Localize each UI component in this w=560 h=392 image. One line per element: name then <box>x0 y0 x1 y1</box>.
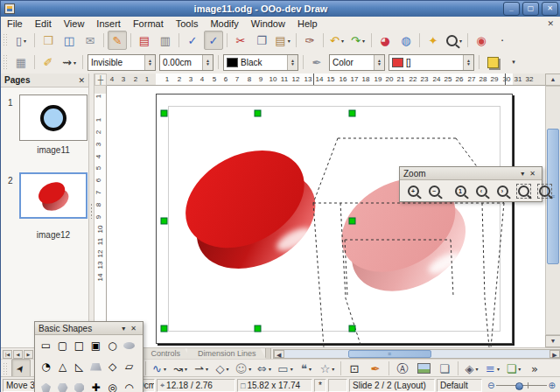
status-slide-field[interactable]: Slide 2 / 2 (Layout) <box>349 379 435 392</box>
zoom-slider-thumb[interactable] <box>515 382 523 390</box>
horizontal-ruler[interactable]: 4321123456789101112131415161718192021222… <box>107 74 545 86</box>
vertical-ruler[interactable]: 11234567891011121314 <box>94 86 107 347</box>
horizontal-scrollbar[interactable]: ◀ ≡ ▶ <box>273 349 560 359</box>
spinner-icon[interactable]: ▲▼ <box>463 55 473 70</box>
open-button[interactable]: ❒ <box>38 31 58 50</box>
dropdown-arrow-icon[interactable]: ▾ <box>248 366 251 372</box>
symbol-shapes-button[interactable]: ☺▾ <box>234 359 253 378</box>
page-nav-button[interactable]: ▶ <box>24 350 33 359</box>
dropdown-arrow-icon[interactable]: ▾ <box>24 38 26 44</box>
cut-button[interactable]: ✂ <box>231 31 250 50</box>
pages-panel-close-icon[interactable]: ✕ <box>78 76 85 85</box>
scroll-right-button[interactable]: ▶ <box>550 350 560 358</box>
menu-view[interactable]: View <box>58 18 91 29</box>
line-style-select[interactable]: Invisible ▲▼ <box>88 54 156 71</box>
shape-cross[interactable]: ✚ <box>88 378 104 392</box>
dropdown-arrow-icon[interactable]: ▾ <box>290 366 293 372</box>
print-button[interactable]: ▥ <box>156 31 175 50</box>
menu-modify[interactable]: Modify <box>204 18 244 29</box>
splitter-grip[interactable] <box>90 203 93 219</box>
zoom-previous-button[interactable]: ‹ <box>472 181 491 200</box>
menu-window[interactable]: Window <box>245 18 291 29</box>
toolbar-overflow-button[interactable]: · <box>493 31 512 50</box>
close-button[interactable]: ✕ <box>542 2 558 16</box>
dropdown-arrow-icon[interactable]: ▾ <box>475 366 478 372</box>
shape-rounded-rectangle[interactable]: ▢ <box>54 336 71 355</box>
dropdown-arrow-icon[interactable]: ▾ <box>518 366 521 372</box>
drawing-canvas[interactable] <box>107 86 545 347</box>
zoom-slider[interactable]: ⊖ ⊕ <box>486 382 557 390</box>
page-item-1[interactable]: 1 image11 <box>1 94 89 182</box>
fontwork-button[interactable]: Ⓐ <box>393 359 412 378</box>
horizontal-scrollbar-thumb[interactable]: ≡ <box>348 350 431 358</box>
line-width-input[interactable]: 0.00cm ▲▼ <box>159 54 214 71</box>
vertical-scrollbar[interactable]: ≡ <box>545 86 560 335</box>
chart-button[interactable]: ◕ <box>375 31 395 50</box>
select-button[interactable]: ➤ <box>11 359 31 378</box>
hyperlink-button[interactable]: ◍ <box>396 31 416 50</box>
format-paintbrush-button[interactable]: ✑ <box>300 31 319 50</box>
zoom-next-button[interactable]: › <box>493 181 512 200</box>
dropdown-arrow-icon[interactable]: ▾ <box>332 366 334 372</box>
shape-circle-pie[interactable]: ◔ <box>38 357 54 376</box>
flowchart-button[interactable]: ▭▾ <box>276 359 295 378</box>
shape-circle[interactable]: ○ <box>104 336 121 355</box>
zoom-slider-track[interactable] <box>496 385 546 386</box>
shape-rectangle[interactable]: ▭ <box>38 336 54 355</box>
page-thumbnail-2[interactable] <box>19 172 88 219</box>
shadow-button[interactable] <box>483 52 502 72</box>
shapes-palette-titlebar[interactable]: Basic Shapes ▾ ✕ <box>35 322 143 335</box>
spinner-icon[interactable]: ▲▼ <box>202 55 213 70</box>
arrow-style-button[interactable]: ⇝▾ <box>60 52 79 72</box>
shape-right-triangle[interactable]: ◺ <box>71 357 88 376</box>
dropdown-arrow-icon[interactable]: ▾ <box>362 38 365 44</box>
zoom-in-icon[interactable]: ⊕ <box>547 382 557 390</box>
arrange-button[interactable]: ❏▾ <box>504 359 523 378</box>
area-style-select[interactable]: Color ▲▼ <box>329 54 385 71</box>
redo-button[interactable]: ↷▾ <box>348 31 368 50</box>
menu-help[interactable]: Help <box>291 18 324 29</box>
minimize-button[interactable]: _ <box>503 2 520 16</box>
page[interactable] <box>156 94 513 344</box>
toolbar-grip[interactable] <box>3 33 9 48</box>
toolbar-overflow-button[interactable]: ▾ <box>504 52 523 72</box>
maximize-button[interactable]: ▢ <box>522 2 539 16</box>
save-button[interactable]: ◫ <box>60 31 79 50</box>
copy-button[interactable]: ❐ <box>252 31 271 50</box>
shape-isosceles-triangle[interactable]: △ <box>54 357 71 376</box>
palette-close-icon[interactable]: ✕ <box>128 325 139 332</box>
shape-hexagon[interactable] <box>54 378 71 392</box>
alignment-button[interactable]: ≡▾ <box>483 359 502 378</box>
palette-menu-icon[interactable]: ▾ <box>119 325 128 332</box>
zoom-page-button[interactable] <box>514 181 533 200</box>
shape-pentagon[interactable] <box>38 378 54 392</box>
zoom-out-icon[interactable]: ⊖ <box>486 382 496 390</box>
threed-objects-button[interactable]: ◈▾ <box>462 359 481 378</box>
area-button[interactable]: ✒ <box>307 52 326 72</box>
page-item-2[interactable]: 2 image12 <box>1 172 89 260</box>
basic-shapes-button[interactable]: ◇▾ <box>213 359 232 378</box>
connector-button[interactable]: ↝▾ <box>171 359 190 378</box>
page-nav-button[interactable]: |◀ <box>3 350 12 359</box>
spinner-icon[interactable]: ▲▼ <box>287 55 298 70</box>
dropdown-arrow-icon[interactable]: ▾ <box>226 366 228 372</box>
scroll-down-button[interactable]: ▼ <box>545 335 560 347</box>
shape-diamond[interactable]: ◇ <box>104 357 121 376</box>
new-document-button[interactable]: ▯▾ <box>11 31 31 50</box>
page-nav-button[interactable]: ◀ <box>13 350 23 359</box>
menu-tools[interactable]: Tools <box>170 18 205 29</box>
zoom-out-button[interactable]: − <box>424 181 444 200</box>
palette-menu-icon[interactable]: ▾ <box>518 170 527 178</box>
dropdown-arrow-icon[interactable]: ▾ <box>341 38 344 44</box>
dropdown-arrow-icon[interactable]: ▾ <box>269 366 271 372</box>
shape-ring[interactable]: ◎ <box>104 378 121 392</box>
insert-picture-button[interactable] <box>414 359 433 378</box>
dropdown-arrow-icon[interactable]: ▾ <box>497 366 500 372</box>
drawbar-overflow-button[interactable]: » <box>525 359 544 378</box>
shape-parallelogram[interactable]: ▱ <box>121 357 137 376</box>
gluepoints-button[interactable]: ✒ <box>366 359 385 378</box>
toolbar-grip[interactable] <box>3 54 9 70</box>
menu-edit[interactable]: Edit <box>29 18 58 29</box>
palette-close-icon[interactable]: ✕ <box>527 170 538 178</box>
dropdown-arrow-icon[interactable]: ▾ <box>185 366 187 372</box>
